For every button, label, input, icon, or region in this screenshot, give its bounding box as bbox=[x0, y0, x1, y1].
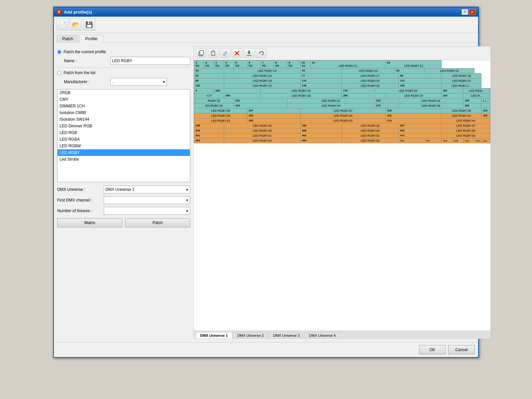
first-dmx-wrapper: ▼ bbox=[104, 196, 190, 204]
dmx-tab-1[interactable]: DMX Universe 1 bbox=[196, 332, 232, 338]
list-item[interactable]: LED RGBA bbox=[58, 136, 190, 143]
patch-toolbar bbox=[194, 47, 490, 60]
radio-patch-current[interactable]: Patch the current profile bbox=[57, 50, 190, 54]
copy-button[interactable] bbox=[196, 49, 206, 58]
fixture-cell: LED RGBY.54 bbox=[224, 138, 301, 143]
fixture-row-7: Y.27 198 LED RGBY.28 209 LED RGBY.29 220… bbox=[194, 93, 490, 98]
fixture-cell: 88 bbox=[399, 73, 442, 78]
list-item[interactable]: LED RGB bbox=[58, 129, 190, 136]
profile-list[interactable]: 2RGB CMY DIMMER 1CH Isolution CM90 ISolu… bbox=[57, 89, 190, 182]
fixture-cell: LED RGBY.17 bbox=[341, 73, 398, 78]
radio-patch-list[interactable]: Patch from the list bbox=[57, 70, 190, 75]
fixture-cell: LED RGBY.26 bbox=[375, 88, 442, 93]
fixture-cell: 484 bbox=[194, 138, 224, 143]
fixture-cell: 3R6 bbox=[214, 61, 224, 68]
fixture-cell: 451 bbox=[194, 133, 224, 138]
matrix-button[interactable]: Matrix bbox=[57, 218, 122, 227]
first-dmx-select[interactable] bbox=[104, 196, 190, 204]
name-field-row: Name : bbox=[64, 57, 190, 65]
help-button[interactable]: ? bbox=[462, 9, 468, 15]
list-item[interactable]: 2RGB bbox=[58, 89, 190, 96]
fixture-cell: 22LED RGBY.12 bbox=[386, 61, 442, 68]
dmx-universe-select[interactable]: DMX Universe 1 DMX Universe 2 DMX Univer… bbox=[104, 186, 190, 194]
fixture-cell: LED RGBY.44 bbox=[442, 118, 490, 123]
fixture-cell: LED RGBY.23 bbox=[341, 83, 398, 88]
fixture-row-10: LED RGBY.36 297 LED RGBY.37 308 LED RGBY… bbox=[194, 108, 490, 113]
new-button[interactable]: 📄 bbox=[57, 19, 68, 31]
list-item[interactable]: Led Strobe bbox=[58, 156, 190, 163]
fixture-cell: 319 bbox=[481, 108, 490, 113]
fixture-cell: 286 bbox=[464, 103, 481, 108]
fixture-cell: 99 bbox=[194, 78, 224, 83]
fixture-cell: LED R... bbox=[464, 93, 490, 98]
fixture-cell: 374 bbox=[386, 118, 442, 123]
import-button[interactable] bbox=[244, 49, 254, 58]
list-item[interactable]: CMY bbox=[58, 96, 190, 103]
list-item[interactable]: LED RGBW bbox=[58, 143, 190, 149]
manufacturer-dropdown-wrapper: . ▼ bbox=[110, 78, 167, 86]
list-item[interactable]: Isolution CM90 bbox=[58, 109, 190, 116]
fixture-cell: LED RGBY.18 bbox=[442, 73, 481, 78]
window-title: Add profile(s) bbox=[64, 10, 92, 15]
fixture-cell: S10 bbox=[464, 138, 474, 143]
fixture-cell: S11 bbox=[474, 138, 481, 143]
cancel-button[interactable]: Cancel bbox=[448, 345, 475, 354]
fixture-cell: 407 bbox=[399, 123, 442, 128]
svg-marker-6 bbox=[247, 52, 251, 55]
fixture-cell: 462 bbox=[301, 133, 342, 138]
fixture-cell: 198 bbox=[224, 93, 261, 98]
list-item[interactable]: LED Dimmer RGB bbox=[58, 123, 190, 129]
fixture-cell: S07 bbox=[424, 138, 441, 143]
paste-button[interactable] bbox=[208, 49, 218, 58]
fixture-cell: LED RGBY.53 bbox=[442, 133, 490, 138]
ok-button[interactable]: OK bbox=[419, 345, 446, 354]
fixture-cell: 352 bbox=[481, 113, 490, 118]
fixture-row-2: 33 LED RGBY.13 44 LED RGBY.14 55 LED RGB… bbox=[194, 68, 490, 73]
fixture-cell: LED RGBY.41 bbox=[442, 113, 481, 118]
fixture-cell: LED RGBY.40 bbox=[301, 113, 386, 118]
fixture-cell: LED RGBY.13 bbox=[234, 68, 301, 73]
num-fixtures-select[interactable] bbox=[104, 207, 190, 215]
radio-patch-list-input[interactable] bbox=[57, 71, 62, 75]
fixture-cell: 187 bbox=[442, 88, 464, 93]
patch-button[interactable]: Patch bbox=[125, 218, 190, 227]
tab-patch[interactable]: Patch bbox=[57, 35, 79, 43]
delete-button[interactable] bbox=[232, 49, 242, 58]
fixture-cell: 275 bbox=[375, 103, 399, 108]
fixture-cell: 308 bbox=[386, 108, 442, 113]
fixture-cell: LED RGBY.31 bbox=[287, 98, 375, 103]
radio-patch-current-input[interactable] bbox=[57, 50, 62, 54]
manufacturer-label: Manufacturer : bbox=[64, 79, 110, 84]
open-button[interactable]: 📂 bbox=[70, 19, 82, 31]
save-button[interactable]: 💾 bbox=[83, 19, 95, 31]
radio-patch-current-label: Patch the current profile bbox=[64, 50, 106, 54]
list-item[interactable]: DIMMER 1CH bbox=[58, 103, 190, 109]
main-content: Patch the current profile Name : Patch f… bbox=[54, 43, 478, 342]
fixture-row-4: 99 LED RGBY.19 110 LED RGBY.20 121 LED R… bbox=[194, 78, 490, 83]
fixture-row-9: ED RGBY.33 264 LED RGBY.34 275 LED RGBY.… bbox=[194, 103, 490, 108]
fixture-cell: 440 bbox=[399, 128, 442, 133]
tab-bar: Patch Profile bbox=[54, 33, 478, 43]
name-input[interactable] bbox=[110, 57, 190, 65]
dmx-tab-4[interactable]: DMX Universe 4 bbox=[305, 332, 340, 338]
fixture-cell: 5R6 bbox=[234, 61, 247, 68]
fixture-cell: LED RGBY.35 bbox=[399, 103, 464, 108]
edit-button[interactable] bbox=[220, 49, 230, 58]
fixture-cell: 4 bbox=[194, 88, 214, 93]
fixture-cell: LED RGBY.51 bbox=[224, 133, 301, 138]
list-item-selected[interactable]: LED RGBY bbox=[58, 149, 190, 156]
undo-button[interactable] bbox=[256, 49, 266, 58]
fixture-cell: LED RGBY.19 bbox=[224, 78, 301, 83]
close-button[interactable]: ✕ bbox=[469, 9, 475, 15]
manufacturer-select[interactable]: . bbox=[110, 78, 167, 86]
tab-profile[interactable]: Profile bbox=[79, 35, 103, 43]
fixture-grid[interactable]: 1R6 2R6 3R6 4R6 5R6 6R6 7R6 8R6 9R6 1064… bbox=[194, 60, 490, 331]
fixture-cell: 418 bbox=[194, 128, 224, 133]
dmx-tab-2[interactable]: DMX Universe 2 bbox=[233, 332, 268, 338]
fixture-cell: LED RGBY.34 bbox=[287, 103, 375, 108]
list-item[interactable]: ISolution SW144 bbox=[58, 116, 190, 123]
dmx-tab-3[interactable]: DMX Universe 3 bbox=[269, 332, 304, 338]
left-panel: Patch the current profile Name : Patch f… bbox=[57, 46, 190, 339]
fixture-cell: 1064 bbox=[301, 61, 311, 68]
svg-rect-3 bbox=[212, 51, 214, 52]
